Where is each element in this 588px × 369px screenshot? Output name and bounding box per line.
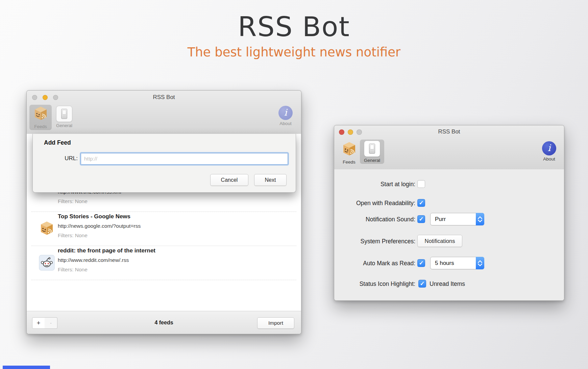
toolbar-tab-feeds-label: Feeds xyxy=(30,124,51,129)
feed-list-item[interactable]: Top Stories - Google News http://news.go… xyxy=(31,212,296,246)
window-title: RSS Bot xyxy=(334,125,564,138)
toolbar-tab-about-label: About xyxy=(539,156,559,162)
system-preferences-label: System Preferences: xyxy=(334,237,415,245)
feed-filters: Filters: None xyxy=(58,267,88,273)
add-feed-sheet: Add Feed URL: Cancel Next xyxy=(32,134,296,193)
feed-title: Top Stories - Google News xyxy=(58,213,130,221)
url-input[interactable] xyxy=(81,153,288,165)
toolbar-tab-general-label: General xyxy=(361,158,384,163)
open-with-readability-checkbox[interactable]: ✓ xyxy=(417,199,425,207)
hero-header: RSS Bot The best lightweight news notifi… xyxy=(0,14,588,58)
toolbar-tab-feeds[interactable]: Feeds xyxy=(29,105,52,130)
info-icon: i xyxy=(278,106,293,120)
stepper-icon[interactable] xyxy=(476,257,484,269)
rss-cube-icon xyxy=(39,221,55,238)
toolbar-tab-general[interactable]: General xyxy=(360,140,384,164)
start-at-login-checkbox[interactable]: ✓ xyxy=(417,180,425,188)
notification-sound-select[interactable]: Purr xyxy=(430,213,484,225)
stepper-icon[interactable] xyxy=(476,213,484,225)
page-title: RSS Bot xyxy=(0,14,588,41)
toolbar-tab-general[interactable]: General xyxy=(52,105,76,129)
feeds-footerbar: + - 4 feeds Import xyxy=(27,311,301,334)
toolbar-tab-about[interactable]: i About xyxy=(538,140,560,163)
general-window-titlebar[interactable]: RSS Bot xyxy=(334,125,564,138)
toolbar-tab-feeds-label: Feeds xyxy=(339,159,359,165)
page: RSS Bot The best lightweight news notifi… xyxy=(0,0,588,369)
reddit-icon xyxy=(39,255,55,272)
toolbar-tab-feeds[interactable]: Feeds xyxy=(338,140,360,166)
feeds-window-chrome: RSS Bot Feeds General i About xyxy=(27,91,301,134)
status-icon-highlight-label: Status Icon Highlight: xyxy=(334,280,415,288)
feed-list-item[interactable]: reddit: the front page of the internet h… xyxy=(31,246,296,280)
url-label: URL: xyxy=(33,155,78,162)
feed-icon xyxy=(39,255,55,271)
rss-cube-icon xyxy=(33,106,49,123)
notification-sound-value: Purr xyxy=(435,213,446,225)
open-with-readability-label: Open with Readability: xyxy=(334,199,415,207)
toolbar-tab-general-label: General xyxy=(53,123,75,128)
page-subtitle: The best lightweight news notifier xyxy=(0,46,588,58)
switch-icon xyxy=(56,106,72,122)
notifications-button[interactable]: Notifications xyxy=(417,235,462,247)
auto-mark-read-value: 5 hours xyxy=(435,257,454,269)
window-title: RSS Bot xyxy=(27,91,301,104)
feed-title: reddit: the front page of the internet xyxy=(58,247,155,255)
feed-list: http://www.tmz.com/rss.xml Filters: None… xyxy=(27,178,301,280)
notification-sound-label: Notification Sound: xyxy=(334,215,415,223)
auto-mark-read-checkbox[interactable]: ✓ xyxy=(417,259,425,267)
auto-mark-read-label: Auto Mark as Read: xyxy=(334,259,415,267)
status-icon-highlight-value: Unread Items xyxy=(430,280,465,288)
feed-url: http://www.reddit.com/new/.rss xyxy=(58,257,129,263)
next-button[interactable]: Next xyxy=(254,174,287,186)
feed-icon xyxy=(39,221,55,237)
toolbar-tab-about[interactable]: i About xyxy=(275,105,296,127)
notification-sound-checkbox[interactable]: ✓ xyxy=(417,215,425,223)
info-icon: i xyxy=(542,141,556,155)
cancel-button[interactable]: Cancel xyxy=(210,174,248,186)
auto-mark-read-select[interactable]: 5 hours xyxy=(430,257,484,269)
start-at-login-label: Start at login: xyxy=(334,180,415,188)
import-button[interactable]: Import xyxy=(257,317,294,329)
feeds-window: RSS Bot Feeds General i About xyxy=(26,90,301,334)
sheet-title: Add Feed xyxy=(44,139,71,146)
toolbar-tab-about-label: About xyxy=(275,121,296,126)
status-icon-highlight-checkbox[interactable]: ✓ xyxy=(418,280,426,288)
feed-filters: Filters: None xyxy=(58,198,88,204)
feed-filters: Filters: None xyxy=(58,232,88,239)
player-progress-strip xyxy=(3,366,50,369)
general-window: RSS Bot Feeds General i About Start at l… xyxy=(334,125,564,301)
switch-icon xyxy=(364,141,380,157)
general-window-chrome: RSS Bot Feeds General i About xyxy=(334,125,564,170)
rss-cube-icon xyxy=(341,141,357,158)
feeds-window-titlebar[interactable]: RSS Bot xyxy=(27,91,301,104)
general-settings: Start at login: ✓ Open with Readability:… xyxy=(334,169,564,300)
feed-url: http://news.google.com/?output=rss xyxy=(58,223,141,229)
